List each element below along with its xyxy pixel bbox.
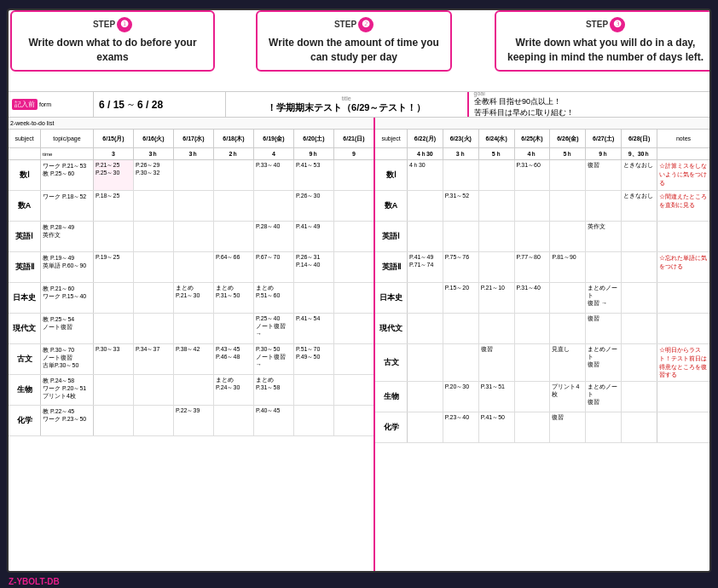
right-day-5-4 xyxy=(550,314,586,343)
right-day-6-1 xyxy=(443,344,479,381)
notes-0: ☆計算ミスをしないように気をつける xyxy=(657,160,709,190)
left-day-1-3 xyxy=(214,191,254,221)
left-day-6-5: P.51～70 P.49～50 xyxy=(294,344,334,374)
left-day-2-6 xyxy=(334,222,373,251)
right-day-0-6: ときなおし xyxy=(622,160,657,190)
goal-text1: 全教科 目指せ90点以上！ xyxy=(474,96,705,107)
step3-number: ❸ xyxy=(610,17,625,32)
left-day-1-2 xyxy=(174,191,214,221)
right-subj-5: 現代文 xyxy=(375,314,408,343)
left-day-2-0 xyxy=(94,222,134,251)
notes-4 xyxy=(657,283,709,313)
right-subj-4: 日本史 xyxy=(375,283,408,313)
right-subj-2: 英語Ⅰ xyxy=(375,222,408,251)
left-day-0-1: P.26～29 P.30～32 xyxy=(134,160,174,190)
left-topic-0: ワーク P.21～53 教 P.25～60 xyxy=(41,160,94,190)
right-day-8-0 xyxy=(408,412,443,442)
left-subject-header: subject xyxy=(14,135,33,141)
right-row-3: 英語ⅡP.41～49 P.71～74P.75～76P.77～80P.81～90☆… xyxy=(375,252,709,283)
left-day-3-6 xyxy=(334,252,373,282)
right-day-8-1: P.23～40 xyxy=(443,412,479,442)
left-topic-4: 教 P.21～60 ワーク P.15～40 xyxy=(41,283,94,313)
right-day-8-4: 復習 xyxy=(550,412,586,442)
left-day-4-4: まとめ P.51～60 xyxy=(254,283,294,313)
left-day-8-2: P.22～39 xyxy=(174,406,214,435)
left-day-4-5 xyxy=(294,283,334,313)
right-day-1-0 xyxy=(408,191,443,221)
right-day-7-1: P.20～30 xyxy=(443,382,479,412)
notes-header: notes xyxy=(676,135,691,141)
right-day-6-2: 復習 xyxy=(479,344,515,381)
left-day-2-1 xyxy=(134,222,174,251)
right-time-1: 3ｈ xyxy=(443,148,479,159)
right-day-3-0: P.41～49 P.71～74 xyxy=(408,252,443,282)
right-subj-6: 古文 xyxy=(375,344,408,381)
right-day-4-5: まとめノート 復習 → xyxy=(586,283,622,313)
right-subj-1: 数A xyxy=(375,191,408,221)
steps-row: STEP ❶ Write down what to do before your… xyxy=(9,9,709,89)
right-day-1-6: ときなおし xyxy=(622,191,657,221)
left-date-header-1: 6/16(火) xyxy=(134,130,174,147)
watermark: Z-YBOLT-DB xyxy=(9,577,60,586)
right-date-header-0: 6/22(月) xyxy=(408,130,443,147)
right-day-7-6 xyxy=(622,382,657,412)
right-day-4-0 xyxy=(408,283,443,313)
left-row-8: 化学教 P.22～45 ワーク P.23～50P.22～39P.40～45 xyxy=(9,406,373,436)
left-day-2-2 xyxy=(174,222,214,251)
right-date-header-3: 6/25(木) xyxy=(515,130,551,147)
right-day-0-1 xyxy=(443,160,479,190)
left-day-2-5: P.41～49 xyxy=(294,222,334,251)
right-day-7-2: P.31～51 xyxy=(479,382,515,412)
left-day-0-2 xyxy=(174,160,214,190)
left-day-7-3: まとめ P.24～30 xyxy=(214,375,254,405)
step1-number: ❶ xyxy=(117,17,132,32)
right-day-3-1: P.75～76 xyxy=(443,252,479,282)
date-dash: ～ xyxy=(126,98,136,111)
right-day-0-5: 復習 xyxy=(586,160,622,190)
left-day-3-3: P.64～66 xyxy=(214,252,254,282)
notes-7 xyxy=(657,382,709,412)
right-day-6-6 xyxy=(622,344,657,381)
right-time-4: 5ｈ xyxy=(550,148,586,159)
right-day-2-4 xyxy=(550,222,586,251)
left-day-5-1 xyxy=(134,314,174,343)
right-row-6: 古文復習見直しまとめノート 復習☆明日からラスト！テスト前日は得意なところを復習… xyxy=(375,344,709,382)
right-day-2-2 xyxy=(479,222,515,251)
right-row-7: 生物P.20～30P.31～51プリント4枚まとめノート 復習 xyxy=(375,382,709,412)
right-day-6-4: 見直し xyxy=(550,344,586,381)
right-row-4: 日本史P.15～20P.21～10P.31～40まとめノート 復習 → xyxy=(375,283,709,314)
left-day-0-3 xyxy=(214,160,254,190)
left-day-1-0: P.18～25 xyxy=(94,191,134,221)
right-day-1-5 xyxy=(586,191,622,221)
from-date: 6 / 15 xyxy=(99,99,124,111)
right-day-3-3: P.77～80 xyxy=(515,252,551,282)
left-subj-3: 英語Ⅱ xyxy=(9,252,41,282)
right-day-4-6 xyxy=(622,283,657,313)
right-day-7-3 xyxy=(515,382,551,412)
left-subj-4: 日本史 xyxy=(9,283,41,313)
right-day-7-0 xyxy=(408,382,443,412)
step2-text: Write down the amount of time you can st… xyxy=(266,36,442,65)
right-day-4-2: P.21～10 xyxy=(479,283,515,313)
left-topic-6: 教 P.30～70 ノート復習 古単P.30～50 xyxy=(41,344,94,374)
left-row-2: 英語Ⅰ教 P.28～49 英作文P.28～40P.41～49 xyxy=(9,222,373,252)
right-day-6-3 xyxy=(515,344,551,381)
left-day-7-4: まとめ P.31～58 xyxy=(254,375,294,405)
left-day-7-6 xyxy=(334,375,373,405)
right-day-0-3: P.31～60 xyxy=(515,160,551,190)
right-day-2-1 xyxy=(443,222,479,251)
left-time-6: 9 xyxy=(334,148,373,159)
right-day-3-6 xyxy=(622,252,657,282)
right-day-7-5: まとめノート 復習 xyxy=(586,382,622,412)
left-topic-3: 教 P.19～49 英単語 P.60～90 xyxy=(41,252,94,282)
right-day-8-3 xyxy=(515,412,551,442)
left-time-1: 3ｈ xyxy=(134,148,174,159)
right-subj-0: 数Ⅰ xyxy=(375,160,408,190)
right-subj-7: 生物 xyxy=(375,382,408,412)
right-date-header-1: 6/23(火) xyxy=(443,130,479,147)
step1-box: STEP ❶ Write down what to do before your… xyxy=(10,10,215,72)
left-day-0-5: P.41～53 xyxy=(294,160,334,190)
left-subj-5: 現代文 xyxy=(9,314,41,343)
left-day-5-0 xyxy=(94,314,134,343)
left-day-5-5: P.41～54 xyxy=(294,314,334,343)
